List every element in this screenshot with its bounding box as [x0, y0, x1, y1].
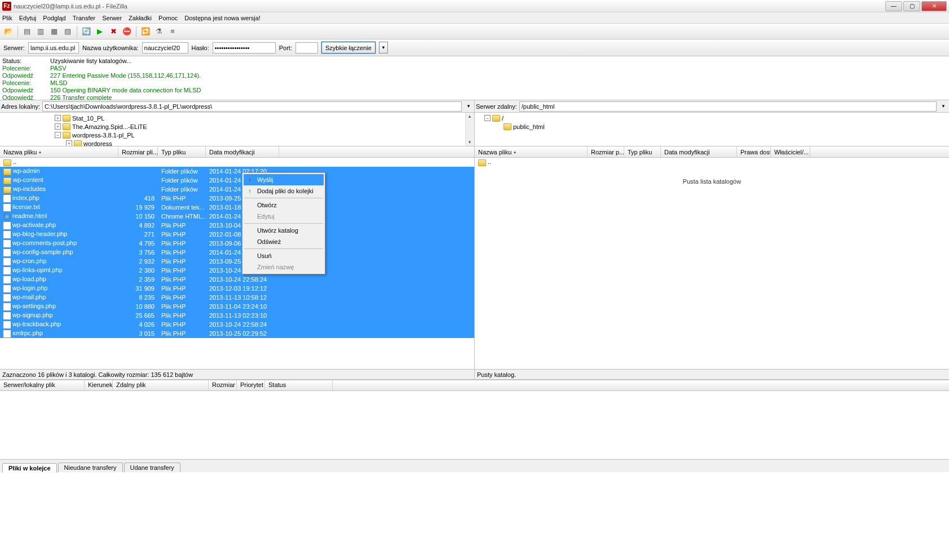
list-item[interactable]: wp-signup.php25 665Plik PHP2013-11-13 02…: [0, 311, 474, 320]
menu-podglad[interactable]: Podgląd: [43, 15, 65, 21]
remote-addr-input[interactable]: [519, 101, 937, 112]
folder-icon: [63, 123, 70, 130]
tb-reconnect-icon[interactable]: 🔁: [139, 25, 152, 38]
list-item[interactable]: readme.html10 150Chrome HTML...2014-01-2…: [0, 212, 474, 221]
q-col-status[interactable]: Status: [265, 380, 333, 390]
tb-tree-icon[interactable]: ▥: [34, 25, 47, 38]
tree-item[interactable]: public_html: [476, 122, 948, 131]
menu-serwer[interactable]: Serwer: [102, 15, 122, 21]
tree-item[interactable]: +Stat_10_PL: [1, 114, 473, 122]
local-list[interactable]: ..wp-adminFolder plików2014-01-24 02:17:…: [0, 158, 474, 369]
list-item[interactable]: xmlrpc.php3 015Plik PHP2013-10-25 02:29:…: [0, 329, 474, 338]
tb-log-icon[interactable]: ▤: [21, 25, 33, 38]
pass-input[interactable]: [213, 42, 276, 54]
remote-addr-dropdown[interactable]: ▼: [939, 104, 948, 109]
list-item[interactable]: wp-config-sample.php3 756Plik PHP2014-01…: [0, 248, 474, 257]
q-col-size[interactable]: Rozmiar: [209, 380, 237, 390]
col-size[interactable]: Rozmiar p...: [588, 146, 624, 157]
server-input[interactable]: [28, 42, 79, 54]
pass-label: Hasło:: [192, 45, 209, 51]
col-type[interactable]: Typ pliku: [158, 146, 206, 157]
q-col-remote[interactable]: Zdalny plik: [113, 380, 209, 390]
list-parent-row[interactable]: ..: [475, 158, 949, 167]
menu-edytuj[interactable]: Edytuj: [19, 15, 37, 21]
q-col-dir[interactable]: Kierunek: [85, 380, 113, 390]
tree-item[interactable]: −/: [476, 114, 948, 122]
local-tree[interactable]: +Stat_10_PL+The.Amazing.Spid...-ELiTE−wo…: [0, 113, 474, 146]
quickconnect-dropdown[interactable]: ▼: [379, 42, 388, 54]
tree-item[interactable]: +The.Amazing.Spid...-ELiTE: [1, 122, 473, 131]
list-item[interactable]: license.txt19 929Dokument tek...2013-01-…: [0, 203, 474, 212]
col-own[interactable]: Właściciel/...: [771, 146, 810, 157]
list-item[interactable]: wp-load.php2 359Plik PHP2013-10-24 22:58…: [0, 275, 474, 284]
q-col-local[interactable]: Serwer/lokalny plik: [0, 380, 85, 390]
tb-disconnect-icon[interactable]: ⛔: [121, 25, 133, 38]
cm-refresh[interactable]: Odśwież: [244, 236, 324, 247]
port-input[interactable]: [295, 42, 318, 54]
cm-edit: Edytuj: [244, 211, 324, 222]
tree-item[interactable]: +wordpress: [1, 139, 473, 146]
user-input[interactable]: [142, 42, 188, 54]
list-item[interactable]: wp-adminFolder plików2014-01-24 02:17:20: [0, 167, 474, 176]
tb-compare-icon[interactable]: ≡: [166, 25, 179, 38]
tb-cancel-icon[interactable]: ✖: [107, 25, 120, 38]
list-item[interactable]: wp-links-opml.php2 380Plik PHP2013-10-24…: [0, 266, 474, 275]
col-type[interactable]: Typ pliku: [624, 146, 661, 157]
scrollbar-icon[interactable]: [465, 113, 474, 146]
expand-icon[interactable]: −: [484, 115, 491, 121]
menu-pomoc[interactable]: Pomoc: [158, 15, 178, 21]
col-name[interactable]: Nazwa pliku: [0, 146, 118, 157]
tab-failed[interactable]: Nieudane transfery: [58, 463, 123, 472]
list-parent-row[interactable]: ..: [0, 158, 474, 167]
col-name[interactable]: Nazwa pliku: [475, 146, 588, 157]
col-date[interactable]: Data modyfikacji: [206, 146, 279, 157]
tb-filter-icon[interactable]: ⚗: [153, 25, 165, 38]
col-size[interactable]: Rozmiar pli...: [118, 146, 158, 157]
list-item[interactable]: wp-contentFolder plików2014-01-24 0: [0, 176, 474, 185]
list-item[interactable]: wp-activate.php4 892Plik PHP2013-10-04 1: [0, 221, 474, 230]
expand-icon[interactable]: +: [55, 115, 61, 121]
list-item[interactable]: wp-settings.php10 880Plik PHP2013-11-04 …: [0, 302, 474, 311]
list-item[interactable]: wp-trackback.php4 026Plik PHP2013-10-24 …: [0, 320, 474, 329]
list-item[interactable]: wp-cron.php2 932Plik PHP2013-09-25 0: [0, 257, 474, 266]
list-item[interactable]: wp-comments-post.php4 795Plik PHP2013-09…: [0, 239, 474, 248]
list-item[interactable]: wp-mail.php8 235Plik PHP2013-11-13 10:58…: [0, 293, 474, 302]
expand-icon[interactable]: +: [55, 123, 61, 130]
remote-addr-label: Serwer zdalny:: [476, 103, 517, 110]
col-date[interactable]: Data modyfikacji: [661, 146, 737, 157]
q-col-prio[interactable]: Priorytet: [237, 380, 265, 390]
menu-zakladki[interactable]: Zakładki: [129, 15, 152, 21]
expand-icon[interactable]: +: [66, 140, 72, 146]
local-addr-dropdown[interactable]: ▼: [464, 104, 473, 109]
list-item[interactable]: wp-login.php31 909Plik PHP2013-12-03 19:…: [0, 284, 474, 293]
col-perm[interactable]: Prawa dost...: [737, 146, 771, 157]
remote-list[interactable]: .. Pusta lista katalogów: [475, 158, 949, 369]
tb-refresh-icon[interactable]: 🔄: [80, 25, 92, 38]
queue-body[interactable]: [0, 391, 949, 460]
tb-queue-icon[interactable]: ▧: [61, 25, 74, 38]
tree-item[interactable]: −wordpress-3.8.1-pl_PL: [1, 131, 473, 139]
close-button[interactable]: ✕: [921, 1, 947, 11]
expand-icon[interactable]: −: [55, 132, 61, 138]
list-item[interactable]: wp-blog-header.php271Plik PHP2012-01-08 …: [0, 230, 474, 239]
maximize-button[interactable]: ▢: [903, 1, 920, 11]
tab-queued[interactable]: Pliki w kolejce: [2, 463, 57, 473]
tab-ok[interactable]: Udane transfery: [124, 463, 180, 472]
remote-tree[interactable]: −/public_html: [475, 113, 949, 146]
menu-plik[interactable]: Plik: [2, 15, 12, 21]
menu-transfer[interactable]: Transfer: [73, 15, 96, 21]
minimize-button[interactable]: —: [885, 1, 902, 11]
list-item[interactable]: wp-includesFolder plików2014-01-24 0: [0, 185, 474, 194]
list-item[interactable]: index.php418Plik PHP2013-09-25 0: [0, 194, 474, 203]
cm-delete[interactable]: Usuń: [244, 250, 324, 261]
quickconnect-button[interactable]: Szybkie łączenie: [321, 42, 376, 54]
menu-news[interactable]: Dostępna jest nowa wersja!: [184, 15, 261, 21]
tb-process-icon[interactable]: ▶: [94, 25, 106, 38]
local-addr-input[interactable]: [42, 101, 462, 112]
tb-sitemanager-icon[interactable]: 📂: [2, 25, 15, 38]
cm-mkdir[interactable]: Utwórz katalog: [244, 225, 324, 236]
cm-send[interactable]: ↑Wyślij: [244, 174, 324, 185]
cm-open[interactable]: Otwórz: [244, 199, 324, 211]
cm-queue[interactable]: ↑Dodaj pliki do kolejki: [244, 185, 324, 197]
tb-tree2-icon[interactable]: ▦: [48, 25, 60, 38]
